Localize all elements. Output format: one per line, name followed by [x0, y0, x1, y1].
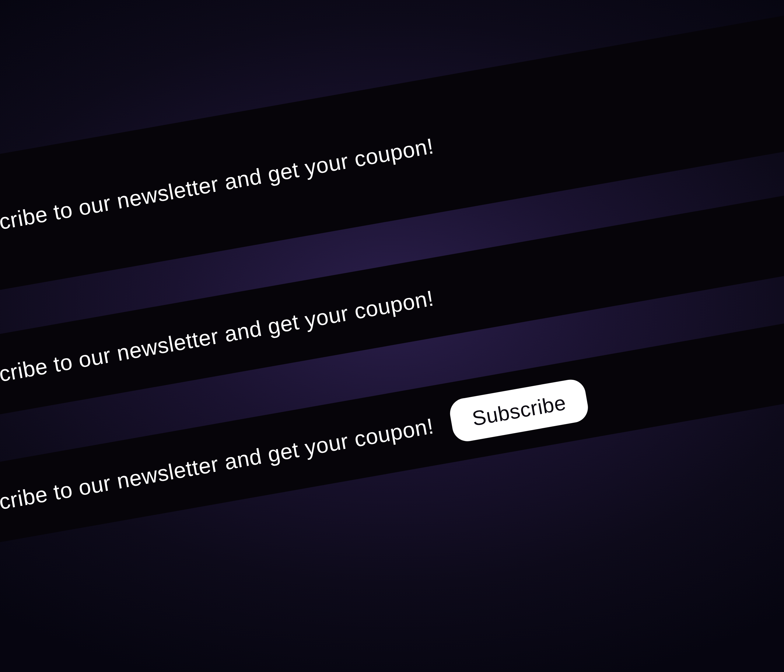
banner-text: Get 30% off your first order. Subscribe …	[0, 413, 436, 572]
promo-banner-1: Get 30% off your first order. Subscribe …	[0, 85, 784, 219]
subscribe-button[interactable]: Subscribe	[448, 377, 590, 443]
promo-banner-2: Get 30% off your first order. Subscribe …	[0, 265, 784, 344]
promo-banner-3: Get 30% off your first order. Subscribe …	[0, 393, 784, 472]
